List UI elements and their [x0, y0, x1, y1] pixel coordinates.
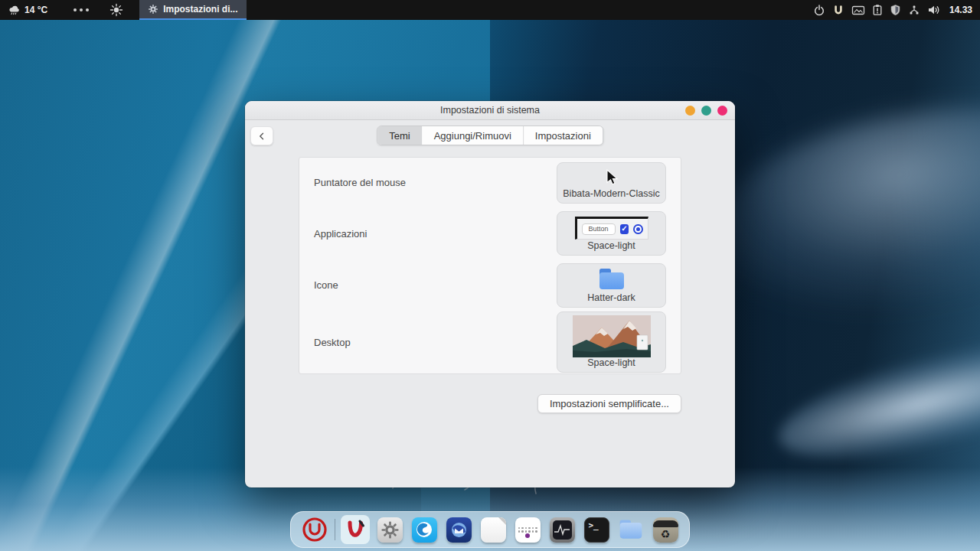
close-button[interactable] [717, 106, 727, 116]
window-titlebar[interactable]: Impostazioni di sistema [245, 101, 735, 120]
ubuntudde-ring-u-icon [301, 516, 328, 543]
tab-impostazioni[interactable]: Impostazioni [524, 126, 603, 145]
row-label-icons: Icone [314, 279, 338, 291]
dock-settings[interactable] [375, 515, 404, 544]
preview-checkbox: ✓ [620, 224, 629, 234]
preview-button: Button [582, 223, 616, 235]
activity-graph-icon [553, 520, 572, 540]
calendar-icon [515, 517, 541, 543]
terminal-icon: >_ [584, 517, 609, 543]
tab-aggiungi-rimuovi[interactable]: Aggiungi/Rimuovi [423, 126, 524, 145]
chevron-left-icon [257, 132, 266, 141]
dock-browser[interactable] [410, 515, 439, 544]
clock[interactable]: 14.33 [949, 5, 972, 15]
settings-window: Impostazioni di sistema Temi Aggiungi/Ri… [245, 101, 735, 487]
gear-icon [381, 520, 400, 540]
icons-row: Icone Hatter-dark [299, 259, 681, 311]
dock-calendar[interactable] [513, 515, 542, 544]
maximize-button[interactable] [701, 106, 711, 116]
dock-trash[interactable]: ♻ [651, 515, 680, 544]
gear-icon [148, 4, 158, 15]
preview-radio [633, 224, 642, 234]
dock-thunderbird-mail[interactable] [444, 515, 473, 544]
minimize-button[interactable] [685, 106, 695, 116]
desktop-theme-selector[interactable]: Space-light [557, 311, 666, 373]
screenshot-icon[interactable] [851, 5, 865, 16]
applications-row: Applicazioni Button ✓ Space-light [299, 208, 681, 260]
folder-icon [597, 267, 626, 292]
gtk-theme-preview: Button ✓ [575, 217, 648, 240]
applications-theme-selector[interactable]: Button ✓ Space-light [557, 211, 666, 256]
back-button[interactable] [250, 126, 273, 145]
dock: >_ ♻ [290, 511, 690, 548]
folder-icon [618, 518, 644, 541]
icons-theme-selector[interactable]: Hatter-dark [557, 263, 666, 308]
top-panel: 14 °C Impostazioni di... [0, 0, 980, 20]
applications-theme-value: Space-light [587, 240, 635, 255]
trash-icon: ♻ [653, 517, 678, 543]
dock-terminal[interactable]: >_ [582, 515, 611, 544]
wallpaper-thumbnail [573, 315, 651, 357]
icons-theme-value: Hatter-dark [587, 292, 635, 307]
tab-bar: Temi Aggiungi/Rimuovi Impostazioni [377, 126, 603, 145]
network-nodes-icon[interactable] [908, 4, 920, 16]
power-icon[interactable] [813, 4, 825, 16]
browser-globe-icon [415, 520, 433, 539]
row-label-applications: Applicazioni [314, 228, 367, 240]
simplified-settings-button[interactable]: Impostazioni semplificate... [537, 394, 681, 413]
dock-system-monitor[interactable] [547, 515, 577, 544]
weather-widget[interactable]: 14 °C [8, 4, 47, 16]
weather-cloud-rain-icon [8, 4, 21, 16]
taskbar-window-title: Impostazioni di... [163, 4, 237, 15]
volume-icon[interactable] [927, 4, 941, 16]
menu-dots-icon[interactable] [74, 8, 89, 11]
shield-icon[interactable] [890, 4, 901, 16]
page-icon [481, 517, 506, 543]
tab-temi[interactable]: Temi [377, 126, 422, 145]
red-u-pen-icon [344, 518, 367, 541]
weather-temp: 14 °C [24, 5, 47, 15]
dock-red-editor[interactable] [341, 515, 370, 544]
desktop-row: Desktop Space-light [299, 311, 681, 373]
clipboard-alert-icon[interactable] [872, 4, 883, 16]
dock-ubuntudde-launcher[interactable] [300, 515, 329, 544]
desktop-theme-value: Space-light [587, 357, 635, 372]
dock-text-editor[interactable] [479, 515, 508, 544]
dock-separator [335, 519, 335, 540]
row-label-mouse-pointer: Puntatore del mouse [314, 177, 406, 188]
mouse-pointer-theme-value: Bibata-Modern-Classic [563, 188, 659, 203]
mouse-pointer-row: Puntatore del mouse Bibata-Modern-Classi… [299, 158, 681, 208]
dock-file-manager[interactable] [616, 515, 645, 544]
taskbar-active-window-button[interactable]: Impostazioni di... [139, 0, 246, 20]
window-title: Impostazioni di sistema [440, 105, 540, 116]
mouse-pointer-theme-selector[interactable]: Bibata-Modern-Classic [557, 162, 666, 204]
row-label-desktop: Desktop [314, 337, 351, 348]
themes-settings-card: Puntatore del mouse Bibata-Modern-Classi… [299, 157, 681, 374]
cursor-arrow-icon [605, 169, 619, 186]
brightness-icon[interactable] [109, 3, 124, 17]
thunderbird-icon [449, 520, 469, 540]
u-launcher-icon[interactable] [832, 4, 844, 16]
